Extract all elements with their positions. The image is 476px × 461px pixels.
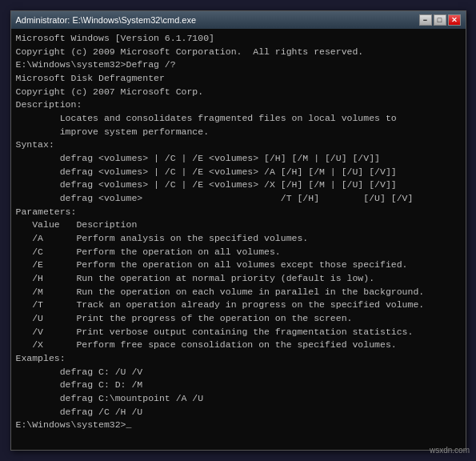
console-line: Examples: bbox=[16, 352, 461, 366]
console-line: Parameters: bbox=[16, 206, 461, 219]
console-line: defrag <volumes> | /C | /E <volumes> [/H… bbox=[16, 152, 461, 166]
console-line: Microsoft Disk Defragmenter bbox=[16, 72, 461, 86]
console-line: Value Description bbox=[16, 218, 461, 232]
console-line: Copyright (c) 2009 Microsoft Corporation… bbox=[16, 46, 461, 59]
console-line: Description: bbox=[16, 98, 461, 112]
console-line: E:\Windows\system32>Defrag /? bbox=[16, 58, 461, 72]
console-line: Locates and consolidates fragmented file… bbox=[16, 112, 461, 126]
console-line: /E Perform the operation on all volumes … bbox=[16, 259, 461, 272]
maximize-button[interactable]: □ bbox=[434, 14, 446, 26]
cmd-window: Administrator: E:\Windows\System32\cmd.e… bbox=[10, 10, 466, 451]
console-line: Syntax: bbox=[16, 138, 461, 152]
console-line: defrag C: D: /M bbox=[16, 379, 461, 392]
console-line: defrag C:\mountpoint /A /U bbox=[16, 392, 461, 406]
console-line: /V Print verbose output containing the f… bbox=[16, 326, 461, 339]
window-title: Administrator: E:\Windows\System32\cmd.e… bbox=[16, 15, 197, 25]
console-line: E:\Windows\system32>_ bbox=[16, 419, 461, 432]
console-line: /H Run the operation at normal priority … bbox=[16, 272, 461, 286]
console-line: defrag <volumes> | /C | /E <volumes> /X … bbox=[16, 178, 461, 192]
console-line: /M Run the operation on each volume in p… bbox=[16, 286, 461, 299]
console-line: /T Track an operation already in progres… bbox=[16, 299, 461, 312]
console-line: /A Perform analysis on the specified vol… bbox=[16, 232, 461, 246]
console-output[interactable]: Microsoft Windows [Version 6.1.7100]Copy… bbox=[11, 29, 466, 450]
console-line: /C Perform the operation on all volumes. bbox=[16, 246, 461, 259]
title-bar: Administrator: E:\Windows\System32\cmd.e… bbox=[11, 11, 466, 29]
watermark: wsxdn.com bbox=[430, 446, 470, 455]
console-line: defrag C: /U /V bbox=[16, 366, 461, 379]
console-line: defrag /C /H /U bbox=[16, 406, 461, 419]
console-line: Copyright (c) 2007 Microsoft Corp. bbox=[16, 86, 461, 99]
console-line: Microsoft Windows [Version 6.1.7100] bbox=[16, 32, 461, 46]
console-line: improve system performance. bbox=[16, 126, 461, 139]
console-line: /U Print the progress of the operation o… bbox=[16, 312, 461, 326]
close-button[interactable]: ✕ bbox=[448, 14, 461, 26]
console-line: /X Perform free space consolidation on t… bbox=[16, 339, 461, 352]
console-line: defrag <volumes> | /C | /E <volumes> /A … bbox=[16, 166, 461, 179]
console-line: defrag <volume> /T [/H] [/U] [/V] bbox=[16, 192, 461, 206]
window-controls: − □ ✕ bbox=[419, 14, 461, 26]
minimize-button[interactable]: − bbox=[419, 14, 432, 26]
